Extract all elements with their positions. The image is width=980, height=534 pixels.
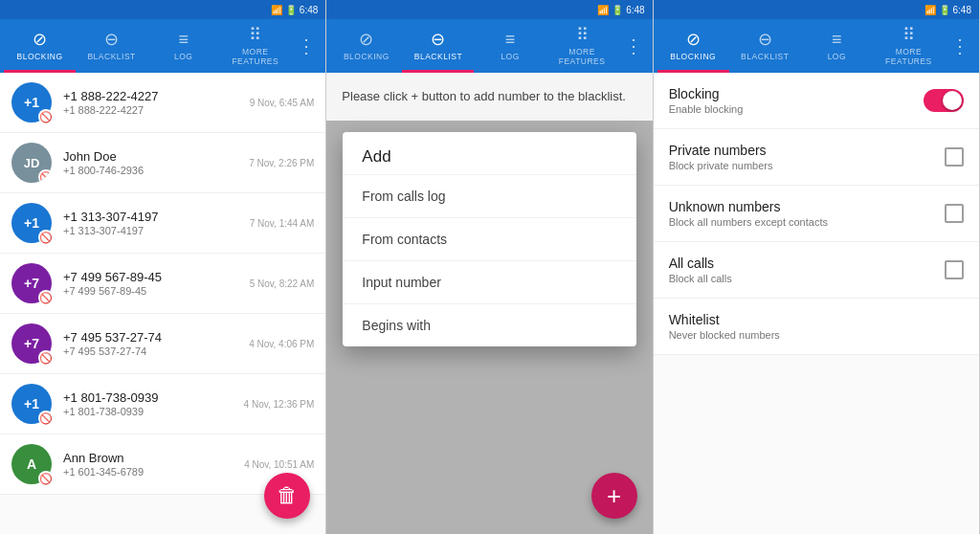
contact-time: 4 Nov, 4:06 PM [249, 339, 314, 349]
nav-log-2[interactable]: ≡ LOG [474, 19, 546, 73]
setting-desc-whitelist: Never blocked numbers [669, 329, 964, 341]
block-icon: 🚫 [38, 471, 54, 486]
list-item[interactable]: +1 🚫 +1 313-307-4197 +1 313-307-4197 7 N… [0, 193, 325, 254]
block-icon: 🚫 [38, 230, 54, 245]
add-dialog: Add From calls log From contacts Input n… [343, 132, 635, 346]
contact-info: +1 801-738-0939 +1 801-738-0939 [63, 390, 233, 417]
contact-name: +1 888-222-4227 [63, 89, 238, 103]
contact-time: 9 Nov, 6:45 AM [250, 98, 315, 108]
private-checkbox[interactable] [945, 147, 964, 167]
avatar: JD 🚫 [11, 143, 52, 183]
overflow-menu-1[interactable]: ⋮ [291, 34, 322, 57]
setting-title-whitelist: Whitelist [669, 312, 964, 327]
time-2: 6:48 [626, 5, 644, 15]
nav-blacklist-2[interactable]: ⊖ BLACKLIST [402, 19, 474, 73]
setting-blocking[interactable]: Blocking Enable blocking [654, 73, 979, 129]
status-icons-1: 📶 🔋 6:48 [271, 5, 318, 15]
nav-log-3[interactable]: ≡ LOG [801, 19, 873, 73]
setting-desc-private: Block private numbers [669, 160, 933, 171]
nav-blocking-3[interactable]: ⊘ BLOCKING [657, 19, 729, 73]
nav-blacklist-label-1: BLACKLIST [87, 52, 135, 61]
all-calls-checkbox[interactable] [945, 260, 964, 279]
dialog-item-calls-log[interactable]: From calls log [343, 174, 635, 217]
blacklist-icon-2: ⊖ [431, 31, 445, 48]
list-item[interactable]: +7 🚫 +7 499 567-89-45 +7 499 567-89-45 5… [0, 254, 325, 314]
contact-name: John Doe [63, 149, 237, 164]
panel-add-blacklist: 📶 🔋 6:48 ⊘ BLOCKING ⊖ BLACKLIST ≡ LOG ⠿ … [326, 0, 653, 534]
list-item[interactable]: +1 🚫 +1 888-222-4227 +1 888-222-4227 9 N… [0, 73, 325, 133]
contact-number: +1 801-738-0939 [63, 406, 233, 417]
nav-more-3[interactable]: ⠿ MORE FEATURES [873, 19, 945, 73]
avatar: +7 🚫 [11, 263, 52, 303]
status-bar-2: 📶 🔋 6:48 [326, 0, 652, 19]
nav-more-2[interactable]: ⠿ MORE FEATURES [546, 19, 618, 73]
more-icon-2: ⠿ [576, 26, 589, 43]
more-icon-1: ⠿ [249, 26, 261, 43]
nav-log-label-2: LOG [501, 52, 519, 61]
list-item[interactable]: +7 🚫 +7 495 537-27-74 +7 495 537-27-74 4… [0, 314, 325, 374]
contact-number: +1 601-345-6789 [63, 466, 233, 478]
setting-info-unknown: Unknown numbers Block all numbers except… [669, 199, 933, 228]
setting-info-all-calls: All calls Block all calls [669, 256, 933, 284]
blocking-toggle[interactable] [924, 89, 964, 112]
battery-icon-3: 🔋 [939, 5, 950, 15]
contact-info: +1 888-222-4227 +1 888-222-4227 [63, 89, 238, 116]
battery-icon: 🔋 [285, 5, 297, 15]
status-icons-3: 📶 🔋 6:48 [924, 5, 971, 15]
dialog-item-begins[interactable]: Begins with [343, 303, 635, 346]
setting-info-private: Private numbers Block private numbers [669, 143, 933, 171]
nav-more-1[interactable]: ⠿ MORE FEATURES [219, 19, 291, 73]
contact-number: +7 499 567-89-45 [63, 285, 238, 297]
nav-blacklist-1[interactable]: ⊖ BLACKLIST [76, 19, 147, 73]
contact-name: +1 801-738-0939 [63, 390, 233, 405]
nav-blacklist-label-2: BLACKLIST [414, 52, 462, 61]
unknown-checkbox[interactable] [945, 204, 964, 223]
dialog-item-input[interactable]: Input number [343, 260, 635, 303]
dialog-overlay: Add From calls log From contacts Input n… [326, 121, 652, 534]
nav-more-label-1: MORE FEATURES [227, 47, 283, 66]
list-item[interactable]: +1 🚫 +1 801-738-0939 +1 801-738-0939 4 N… [0, 374, 325, 434]
setting-whitelist[interactable]: Whitelist Never blocked numbers [654, 299, 979, 355]
log-icon-2: ≡ [505, 31, 516, 48]
overflow-menu-2[interactable]: ⋮ [618, 34, 649, 57]
blocking-icon-3: ⊘ [686, 31, 701, 48]
setting-private[interactable]: Private numbers Block private numbers [654, 129, 979, 186]
contact-info: +7 495 537-27-74 +7 495 537-27-74 [63, 330, 237, 357]
nav-log-label-3: LOG [828, 52, 846, 61]
nav-blocking-1[interactable]: ⊘ BLOCKING [4, 19, 76, 73]
nav-blocking-label-3: BLOCKING [670, 52, 716, 61]
contact-number: +1 888-222-4227 [63, 104, 238, 116]
nav-more-label-2: MORE FEATURES [554, 47, 611, 66]
setting-info-whitelist: Whitelist Never blocked numbers [669, 312, 964, 341]
list-item[interactable]: JD 🚫 John Doe +1 800-746-2936 7 Nov, 2:2… [0, 133, 325, 193]
block-icon: 🚫 [38, 350, 54, 366]
dialog-item-contacts[interactable]: From contacts [343, 217, 635, 260]
settings-list: Blocking Enable blocking Private numbers… [654, 73, 979, 534]
nav-more-label-3: MORE FEATURES [880, 47, 937, 66]
avatar: +1 🚫 [11, 82, 52, 122]
contact-list: +1 🚫 +1 888-222-4227 +1 888-222-4227 9 N… [0, 73, 325, 534]
more-icon-3: ⠿ [902, 26, 915, 43]
setting-all-calls[interactable]: All calls Block all calls [654, 242, 979, 299]
contact-number: +1 800-746-2936 [63, 165, 237, 176]
log-icon-3: ≡ [832, 31, 842, 48]
time-3: 6:48 [953, 5, 971, 15]
nav-blocking-label-2: BLOCKING [344, 52, 390, 61]
delete-fab[interactable]: 🗑 [264, 473, 310, 519]
contact-time: 4 Nov, 10:51 AM [244, 459, 314, 470]
hint-text: Please click + button to add number to t… [326, 73, 652, 121]
nav-blacklist-label-3: BLACKLIST [741, 52, 789, 61]
nav-blacklist-3[interactable]: ⊖ BLACKLIST [729, 19, 801, 73]
nav-blocking-2[interactable]: ⊘ BLOCKING [330, 19, 402, 73]
nav-log-1[interactable]: ≡ LOG [147, 19, 219, 73]
nav-bar-2: ⊘ BLOCKING ⊖ BLACKLIST ≡ LOG ⠿ MORE FEAT… [326, 19, 652, 73]
setting-unknown[interactable]: Unknown numbers Block all numbers except… [654, 186, 979, 242]
blacklist-icon-1: ⊖ [104, 31, 119, 48]
blacklist-icon-3: ⊖ [758, 31, 772, 48]
overflow-menu-3[interactable]: ⋮ [945, 34, 975, 57]
dialog-title: Add [343, 132, 635, 174]
add-fab[interactable]: + [591, 473, 637, 519]
nav-blocking-label-1: BLOCKING [17, 52, 63, 61]
panel-blocking-settings: 📶 🔋 6:48 ⊘ BLOCKING ⊖ BLACKLIST ≡ LOG ⠿ … [654, 0, 980, 534]
contact-info: Ann Brown +1 601-345-6789 [63, 451, 233, 478]
